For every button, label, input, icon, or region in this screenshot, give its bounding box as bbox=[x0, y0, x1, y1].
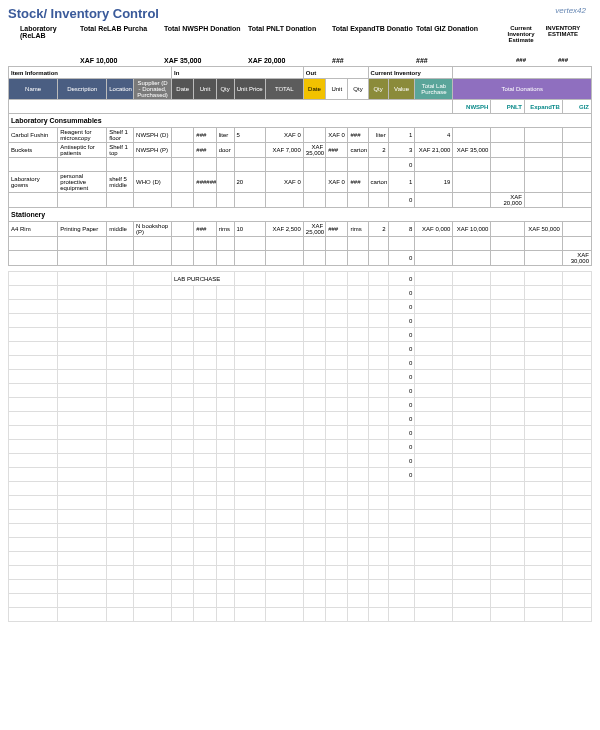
cell-qty1[interactable] bbox=[216, 158, 234, 172]
cell[interactable]: 0 bbox=[388, 398, 415, 412]
cell[interactable] bbox=[194, 496, 216, 510]
cell-desc[interactable]: personal protective equipment bbox=[58, 172, 107, 193]
cell[interactable] bbox=[107, 580, 134, 594]
cell[interactable] bbox=[453, 342, 491, 356]
cell[interactable] bbox=[415, 482, 453, 496]
cell[interactable] bbox=[491, 524, 524, 538]
cell[interactable] bbox=[216, 412, 234, 426]
cell-tlp[interactable]: XAF 21,000 bbox=[415, 143, 453, 158]
cell[interactable] bbox=[234, 580, 265, 594]
cell[interactable] bbox=[134, 482, 172, 496]
cell[interactable] bbox=[172, 524, 194, 538]
cell[interactable] bbox=[9, 426, 58, 440]
cell[interactable] bbox=[326, 356, 348, 370]
cell[interactable] bbox=[303, 328, 325, 342]
cell-up[interactable] bbox=[234, 193, 265, 208]
cell[interactable] bbox=[415, 272, 453, 286]
cell[interactable] bbox=[134, 384, 172, 398]
cell-cq[interactable] bbox=[368, 237, 388, 251]
cell[interactable] bbox=[524, 300, 562, 314]
cell-total[interactable]: XAF 0 bbox=[265, 128, 303, 143]
cell[interactable] bbox=[265, 370, 303, 384]
cell[interactable] bbox=[453, 440, 491, 454]
cell-unit2[interactable]: ### bbox=[326, 143, 348, 158]
cell[interactable] bbox=[524, 496, 562, 510]
cell[interactable] bbox=[303, 608, 325, 622]
cell-date2[interactable] bbox=[303, 193, 325, 208]
cell[interactable] bbox=[368, 426, 388, 440]
cell[interactable] bbox=[415, 384, 453, 398]
cell-name[interactable]: Laboratory gowns bbox=[9, 172, 58, 193]
cell[interactable] bbox=[368, 566, 388, 580]
cell[interactable] bbox=[216, 286, 234, 300]
cell[interactable] bbox=[415, 412, 453, 426]
cell[interactable] bbox=[562, 468, 591, 482]
cell-nwsph[interactable]: XAF 35,000 bbox=[453, 143, 491, 158]
cell-date2[interactable]: XAF 25,000 bbox=[303, 222, 325, 237]
cell[interactable] bbox=[265, 286, 303, 300]
cell[interactable] bbox=[134, 440, 172, 454]
cell[interactable] bbox=[134, 566, 172, 580]
cell[interactable] bbox=[9, 482, 58, 496]
cell[interactable] bbox=[524, 468, 562, 482]
cell[interactable] bbox=[134, 496, 172, 510]
cell-qty1[interactable]: liter bbox=[216, 128, 234, 143]
cell[interactable]: 0 bbox=[388, 342, 415, 356]
cell[interactable] bbox=[107, 524, 134, 538]
cell[interactable] bbox=[194, 356, 216, 370]
cell[interactable] bbox=[388, 566, 415, 580]
cell[interactable] bbox=[303, 398, 325, 412]
cell-qty2[interactable]: carton bbox=[348, 143, 368, 158]
cell-pnlt[interactable]: XAF 20,000 bbox=[491, 193, 524, 208]
cell[interactable] bbox=[107, 426, 134, 440]
cell-name[interactable]: Carbol Fushin bbox=[9, 128, 58, 143]
cell[interactable] bbox=[415, 454, 453, 468]
cell[interactable] bbox=[107, 468, 134, 482]
cell[interactable] bbox=[368, 272, 388, 286]
cell-sup[interactable]: NWSPH (P) bbox=[134, 143, 172, 158]
cell[interactable] bbox=[491, 412, 524, 426]
cell-cv[interactable]: 0 bbox=[388, 193, 415, 208]
cell-loc[interactable]: middle bbox=[107, 222, 134, 237]
cell[interactable] bbox=[265, 482, 303, 496]
cell[interactable] bbox=[453, 468, 491, 482]
cell[interactable] bbox=[303, 594, 325, 608]
cell[interactable] bbox=[265, 412, 303, 426]
cell[interactable] bbox=[326, 384, 348, 398]
cell[interactable] bbox=[194, 538, 216, 552]
cell[interactable] bbox=[265, 384, 303, 398]
cell[interactable] bbox=[9, 370, 58, 384]
cell[interactable] bbox=[562, 608, 591, 622]
cell[interactable] bbox=[194, 412, 216, 426]
cell[interactable] bbox=[134, 370, 172, 384]
cell[interactable] bbox=[107, 482, 134, 496]
cell[interactable] bbox=[134, 398, 172, 412]
cell-unit1[interactable] bbox=[194, 251, 216, 266]
cell[interactable] bbox=[107, 314, 134, 328]
cell[interactable] bbox=[303, 580, 325, 594]
cell[interactable] bbox=[234, 552, 265, 566]
cell-date2[interactable] bbox=[303, 237, 325, 251]
cell-unit2[interactable] bbox=[326, 251, 348, 266]
cell[interactable] bbox=[234, 370, 265, 384]
cell[interactable] bbox=[58, 412, 107, 426]
cell[interactable] bbox=[368, 594, 388, 608]
cell[interactable] bbox=[234, 482, 265, 496]
cell[interactable] bbox=[415, 552, 453, 566]
cell[interactable] bbox=[303, 468, 325, 482]
cell-cv[interactable]: 0 bbox=[388, 158, 415, 172]
cell[interactable] bbox=[216, 566, 234, 580]
cell[interactable] bbox=[524, 286, 562, 300]
cell[interactable] bbox=[491, 398, 524, 412]
cell-total[interactable] bbox=[265, 158, 303, 172]
cell[interactable] bbox=[562, 552, 591, 566]
cell-tlp[interactable] bbox=[415, 251, 453, 266]
cell[interactable] bbox=[388, 580, 415, 594]
cell-sup[interactable] bbox=[134, 251, 172, 266]
cell[interactable] bbox=[9, 566, 58, 580]
cell[interactable] bbox=[265, 356, 303, 370]
cell[interactable] bbox=[234, 412, 265, 426]
cell[interactable] bbox=[491, 426, 524, 440]
cell[interactable] bbox=[368, 482, 388, 496]
cell[interactable] bbox=[234, 384, 265, 398]
